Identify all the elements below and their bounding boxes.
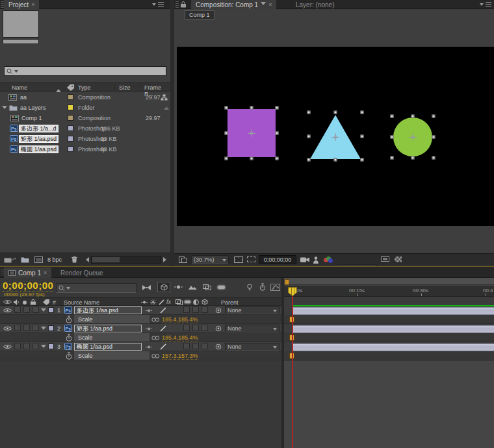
always-preview-icon[interactable] [179, 256, 187, 263]
switch-3d-icon[interactable] [202, 299, 208, 305]
parent-pickwhip-icon[interactable] [215, 307, 222, 314]
scale-value[interactable]: 185.4,185.4% [162, 334, 198, 342]
column-number[interactable]: # [53, 299, 56, 306]
anchor-point-icon[interactable] [332, 133, 339, 141]
quality-switch[interactable] [160, 343, 166, 350]
stopwatch-icon[interactable] [66, 316, 72, 323]
layer-row-3[interactable]: 3 Ps 椭圆 1/aa.psd None [0, 342, 281, 351]
selection-handle[interactable] [250, 106, 254, 110]
frame-blending-button[interactable] [186, 282, 199, 292]
mini-flowchart-icon[interactable] [142, 284, 151, 291]
solo-toggle[interactable] [23, 306, 30, 313]
chevron-down-icon[interactable] [261, 2, 266, 8]
selection-handle[interactable] [307, 111, 311, 114]
parent-pickwhip-icon[interactable] [215, 343, 222, 350]
switch-shy-icon[interactable] [141, 300, 148, 305]
constrain-proportions-icon[interactable] [151, 354, 160, 358]
search-options-arrow-icon[interactable] [66, 287, 70, 292]
viewer-comp-tab[interactable]: Comp 1 [185, 10, 214, 19]
graph-editor-button[interactable] [268, 282, 281, 292]
layer-2-duration-bar[interactable] [292, 325, 494, 333]
selection-handle[interactable] [432, 115, 436, 118]
selection-handle[interactable] [225, 106, 228, 110]
show-snapshot-icon[interactable] [313, 256, 318, 264]
safe-margins-icon[interactable] [234, 256, 243, 263]
property-row-scale-1[interactable]: Scale 185.4,185.4% [0, 315, 281, 324]
twirl-down-icon[interactable] [41, 345, 46, 351]
selection-handle[interactable] [276, 132, 279, 135]
anchor-point-icon[interactable] [409, 133, 417, 141]
snapshot-camera-icon[interactable] [300, 256, 309, 263]
label-color-chip[interactable] [68, 146, 73, 152]
selection-handle[interactable] [307, 158, 311, 162]
label-color-chip[interactable] [68, 94, 73, 100]
lock-column-icon[interactable] [31, 299, 36, 305]
draft-3d-button[interactable] [157, 282, 170, 292]
label-color-chip[interactable] [68, 105, 73, 110]
blur-sample-button[interactable] [214, 282, 228, 292]
layer-label-chip[interactable] [48, 325, 54, 331]
lock-toggle[interactable] [32, 343, 39, 349]
layer-name[interactable]: 椭圆 1/aa.psd [74, 343, 142, 351]
audio-toggle[interactable] [14, 306, 21, 313]
parent-dropdown[interactable]: None [225, 306, 280, 314]
magnification-dropdown[interactable]: (30.7%) [191, 255, 229, 264]
quality-switch[interactable] [160, 325, 166, 332]
column-size[interactable]: Size [119, 84, 131, 91]
eye-icon[interactable] [3, 326, 12, 331]
new-folder-icon[interactable] [21, 256, 29, 263]
project-row-ellipse-psd[interactable]: Ps 椭圆 1/aa.psd Photoshop 88 KB [0, 144, 170, 155]
tab-timeline-comp1[interactable]: Comp 1 × [4, 268, 51, 278]
column-divider[interactable] [114, 84, 115, 92]
search-options-arrow-icon[interactable] [14, 70, 18, 75]
3d-switch[interactable] [202, 343, 208, 349]
twirl-down-icon[interactable] [2, 106, 7, 112]
selection-handle[interactable] [250, 157, 254, 160]
selection-handle[interactable] [391, 156, 394, 160]
motion-blur-switch[interactable] [192, 306, 199, 313]
project-row-comp1[interactable]: Comp 1 Composition 29.97 [0, 113, 170, 123]
selection-handle[interactable] [334, 158, 337, 162]
column-name[interactable]: Name [12, 84, 27, 91]
layer-row-1[interactable]: 1 Ps 多边形 1/aa.psd None [0, 306, 281, 315]
layer-name[interactable]: 矩形 1/aa.psd [74, 325, 142, 332]
property-row-scale-2[interactable]: Scale 185.4,185.4% [0, 333, 281, 342]
work-area-bar[interactable] [284, 279, 494, 285]
sort-arrow-icon[interactable] [56, 86, 61, 92]
layer-label-chip[interactable] [48, 307, 54, 313]
column-source-name[interactable]: Source Name [64, 299, 99, 306]
scrollbar-track[interactable] [91, 256, 161, 264]
interpret-footage-icon[interactable] [4, 256, 16, 263]
column-divider[interactable] [64, 84, 64, 92]
brainstorm-button[interactable] [243, 282, 256, 292]
frame-blend-switch[interactable] [183, 343, 190, 349]
timeline-search-input[interactable] [56, 283, 136, 293]
column-parent[interactable]: Parent [221, 299, 239, 306]
transparency-grid-icon[interactable] [394, 256, 402, 263]
eye-icon[interactable] [3, 344, 12, 349]
column-divider[interactable] [140, 84, 140, 92]
trash-icon[interactable] [72, 256, 77, 263]
selection-handle[interactable] [432, 156, 436, 160]
project-search-input[interactable] [4, 66, 166, 76]
panel-menu-icon[interactable] [480, 1, 491, 7]
property-name-cell[interactable]: Scale [74, 333, 150, 342]
selection-handle[interactable] [391, 136, 394, 139]
show-channel-icon[interactable] [324, 256, 333, 264]
selection-handle[interactable] [432, 136, 436, 139]
selection-handle[interactable] [307, 134, 311, 138]
scrollbar-thumb[interactable] [92, 257, 120, 262]
timeline-current-timecode[interactable]: 0;00;00;00 [3, 280, 53, 292]
fast-previews-icon[interactable] [381, 256, 389, 263]
parent-dropdown[interactable]: None [225, 343, 280, 351]
selection-handle[interactable] [361, 158, 364, 162]
scrollbar-up-icon[interactable] [164, 104, 169, 110]
shy-switch[interactable] [146, 345, 152, 349]
selection-handle[interactable] [411, 156, 415, 160]
constrain-proportions-icon[interactable] [151, 336, 160, 340]
layer-name[interactable]: 多边形 1/aa.psd [74, 306, 142, 314]
audio-column-speaker-icon[interactable] [14, 299, 20, 305]
motion-blur-switch[interactable] [192, 343, 199, 349]
switch-effects-icon[interactable] [166, 299, 171, 305]
solo-toggle[interactable] [23, 343, 30, 349]
